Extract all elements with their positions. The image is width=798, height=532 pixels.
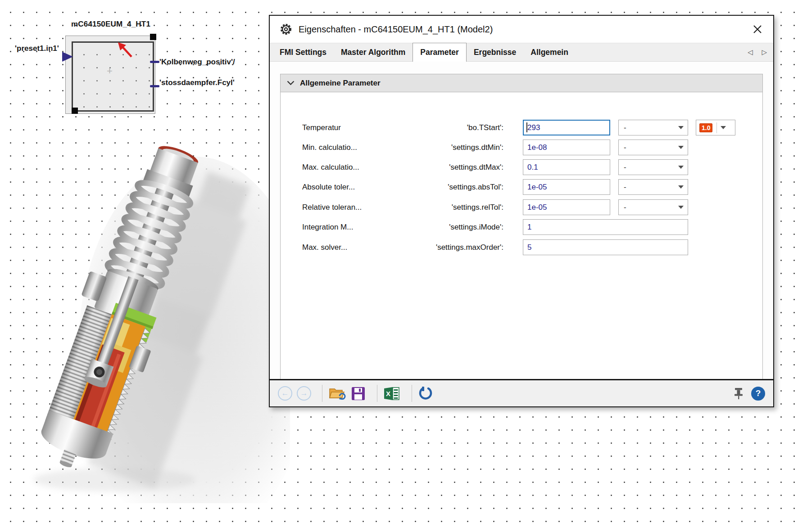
- parameter-row: Absolute toler... 'settings.absTol': -: [281, 179, 762, 195]
- toolbar-separator: [412, 385, 412, 402]
- parameter-row: Relative toleran... 'settings.relTol': -: [281, 199, 762, 215]
- parameter-row: Integration M... 'settings.iMode':: [281, 219, 762, 235]
- tab-strip-tabs: FMI SettingsMaster AlgorithmParameterErg…: [270, 43, 576, 61]
- toolbar-separator: [377, 385, 377, 402]
- input-port[interactable]: [62, 52, 73, 62]
- properties-dialog: Eigenschaften - mC64150EUM_4_HT1 (Model2…: [269, 15, 774, 407]
- dialog-toolbar: ← →: [270, 379, 773, 406]
- scale-badge: 1.0: [699, 123, 712, 132]
- tab-fmi-settings[interactable]: FMI Settings: [272, 43, 334, 61]
- output-port[interactable]: [150, 85, 159, 87]
- unit-value: -: [624, 183, 678, 192]
- parameter-field: [523, 179, 610, 195]
- svg-text:X: X: [386, 390, 390, 397]
- parameter-field: [523, 140, 610, 155]
- tab-strip: FMI SettingsMaster AlgorithmParameterErg…: [270, 43, 773, 62]
- parameter-symbol: 'settings.dtMin':: [451, 143, 503, 152]
- excel-export-button[interactable]: X: [384, 387, 400, 401]
- tab-master-algorithm[interactable]: Master Algorithm: [334, 43, 413, 61]
- pin-button[interactable]: [733, 387, 744, 400]
- text-caret: [526, 122, 527, 132]
- shock-absorber-image: [2, 125, 290, 503]
- chevron-down-icon: [721, 126, 726, 129]
- quantity-scale-button[interactable]: 1.0: [696, 120, 735, 135]
- gear-icon: [280, 23, 292, 36]
- parameter-field: [523, 239, 688, 255]
- parameter-row: Max. calculatio... 'settings.dtMax': -: [281, 159, 762, 175]
- tab-scroll-left-icon[interactable]: ◁: [748, 48, 753, 56]
- dialog-body: Allgemeine Parameter Temperatur 'bo.TSta…: [270, 62, 773, 380]
- excel-icon: X: [384, 387, 400, 401]
- parameter-row: Temperatur 'bo.TStart': - 1.0: [281, 120, 762, 135]
- output-port-label: 'stossdaempfer.Fcyl': [159, 78, 235, 87]
- pin-icon: [733, 387, 744, 400]
- parameter-label: Max. calculatio...: [302, 163, 359, 172]
- block-center-marker: +: [107, 65, 113, 77]
- save-floppy-icon: [351, 387, 365, 401]
- parameter-label: Relative toleran...: [302, 203, 362, 212]
- chevron-down-icon: [678, 146, 684, 149]
- parameter-value-input[interactable]: [523, 140, 610, 155]
- unit-dropdown[interactable]: -: [618, 120, 688, 135]
- toolbar-separator: [322, 385, 322, 402]
- unit-value: -: [624, 123, 678, 132]
- refresh-icon: [418, 386, 433, 401]
- unit-dropdown[interactable]: -: [618, 179, 688, 195]
- parameter-field: [523, 120, 610, 135]
- chevron-down-icon: [678, 206, 684, 209]
- unit-dropdown[interactable]: -: [618, 199, 688, 215]
- back-button[interactable]: ←: [278, 386, 292, 401]
- tab-ergebnisse[interactable]: Ergebnisse: [467, 43, 523, 61]
- parameter-value-input[interactable]: [523, 120, 610, 135]
- section-header[interactable]: Allgemeine Parameter: [281, 74, 762, 92]
- unit-value: -: [624, 163, 678, 172]
- parameter-value-input[interactable]: [523, 159, 610, 175]
- parameter-symbol: 'settings.dtMax':: [449, 163, 503, 172]
- parameter-field: [523, 199, 610, 215]
- chevron-down-icon: [287, 81, 295, 86]
- open-folder-button[interactable]: [329, 386, 346, 401]
- parameter-symbol: 'settings.maxOrder':: [436, 243, 503, 252]
- dialog-titlebar[interactable]: Eigenschaften - mC64150EUM_4_HT1 (Model2…: [270, 16, 773, 43]
- refresh-button[interactable]: [418, 386, 433, 401]
- unit-dropdown[interactable]: -: [618, 140, 688, 155]
- parameter-symbol: 'bo.TStart':: [467, 123, 503, 132]
- parameter-label: Max. solver...: [302, 243, 347, 252]
- parameter-label: Temperatur: [302, 123, 341, 132]
- parameter-field: [523, 219, 688, 235]
- section-title: Allgemeine Parameter: [300, 79, 381, 88]
- model-block[interactable]: +: [65, 36, 155, 114]
- output-port[interactable]: [150, 61, 159, 63]
- output-port-label: 'Kolbenweg_positiv'/: [159, 58, 235, 67]
- parameter-value-input[interactable]: [523, 179, 610, 195]
- forward-button[interactable]: →: [297, 386, 311, 401]
- model-block-body: [72, 41, 154, 112]
- rotate-arrow-icon: [116, 41, 135, 60]
- selection-handle[interactable]: [150, 34, 156, 40]
- parameter-symbol: 'settings.relTol':: [452, 203, 503, 212]
- unit-value: -: [624, 203, 678, 212]
- tab-parameter[interactable]: Parameter: [413, 43, 467, 62]
- unit-value: -: [624, 143, 678, 152]
- open-folder-icon: [329, 386, 346, 401]
- parameter-value-input[interactable]: [523, 239, 688, 255]
- help-button[interactable]: ?: [751, 387, 765, 401]
- parameter-row: Max. solver... 'settings.maxOrder':: [281, 239, 762, 255]
- dialog-title: Eigenschaften - mC64150EUM_4_HT1 (Model2…: [299, 24, 752, 35]
- selection-handle[interactable]: [72, 108, 78, 114]
- parameter-symbol: 'settings.iMode':: [449, 223, 503, 232]
- input-port-label: 'preset1.in1': [15, 44, 59, 53]
- parameter-row: Min. calculatio... 'settings.dtMin': -: [281, 140, 762, 155]
- parameter-symbol: 'settings.absTol':: [448, 183, 503, 192]
- tab-allgemein[interactable]: Allgemein: [523, 43, 576, 61]
- block-title: mC64150EUM_4_HT1: [63, 20, 159, 29]
- parameter-group-panel: Allgemeine Parameter Temperatur 'bo.TSta…: [280, 74, 763, 380]
- tab-scroll-right-icon[interactable]: ▷: [762, 48, 767, 56]
- parameter-value-input[interactable]: [523, 199, 610, 215]
- save-button[interactable]: [351, 387, 365, 401]
- chevron-down-icon: [678, 166, 684, 169]
- parameter-value-input[interactable]: [523, 219, 688, 235]
- close-icon[interactable]: [752, 23, 763, 35]
- parameter-label: Min. calculatio...: [302, 143, 357, 152]
- unit-dropdown[interactable]: -: [618, 159, 688, 175]
